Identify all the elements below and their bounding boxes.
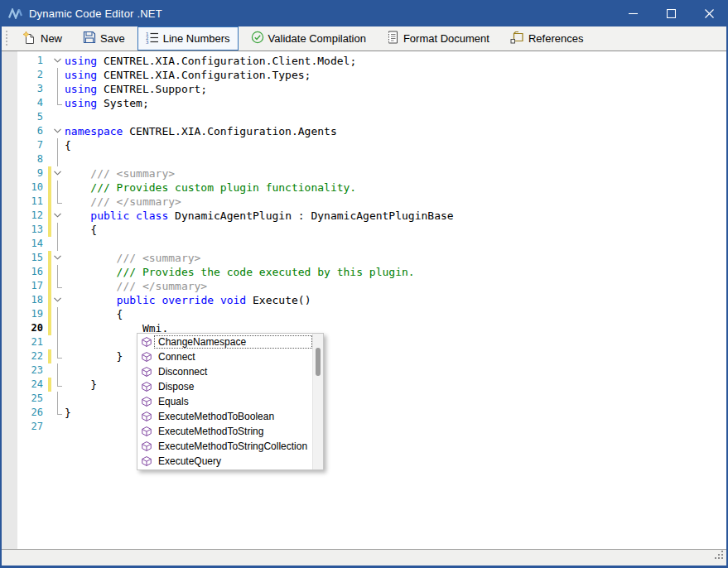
completion-list: ChangeNamespaceConnectDisconnectDisposeE…	[137, 334, 312, 469]
code-text[interactable]: public override void Execute()	[65, 293, 311, 307]
code-editor[interactable]: 1using CENTREL.XIA.Configuration.Client.…	[2, 51, 726, 550]
completion-item[interactable]: Equals	[137, 394, 312, 409]
collapse-chevron-icon[interactable]	[51, 209, 65, 223]
validate-compilation-button[interactable]: Validate Compilation	[243, 26, 374, 51]
code-text[interactable]: using CENTREL.Support;	[65, 82, 207, 96]
validate-compilation-label: Validate Compilation	[268, 32, 366, 45]
outline-guide-end	[51, 279, 65, 293]
line-number[interactable]: 24	[2, 378, 46, 392]
outline-guide	[51, 265, 65, 279]
line-number[interactable]: 4	[2, 96, 46, 110]
completion-item[interactable]: ExecuteQuery	[137, 454, 312, 469]
outline-guide	[51, 363, 65, 378]
code-line: 1using CENTREL.XIA.Configuration.Client.…	[2, 54, 726, 68]
line-number[interactable]: 9	[2, 166, 46, 181]
code-text[interactable]: /// </summary>	[65, 279, 207, 293]
line-number[interactable]: 19	[2, 307, 46, 321]
code-text[interactable]: /// Provides the code executed by this p…	[65, 265, 415, 279]
method-icon	[141, 366, 152, 378]
code-text[interactable]: }	[65, 349, 123, 363]
code-text[interactable]: namespace CENTREL.XIA.Configuration.Agen…	[65, 124, 337, 138]
line-numbers-toggle-label: Line Numbers	[163, 32, 230, 45]
line-number[interactable]: 26	[2, 406, 46, 420]
code-text[interactable]: /// <summary>	[65, 251, 200, 265]
code-line: 27	[2, 420, 726, 434]
completion-item[interactable]: Connect	[137, 349, 312, 364]
line-number[interactable]: 2	[2, 68, 46, 82]
collapse-chevron-icon[interactable]	[51, 166, 65, 181]
line-number[interactable]: 23	[2, 363, 46, 378]
code-text[interactable]: /// Provides custom plugin functionality…	[65, 181, 356, 195]
line-number[interactable]: 12	[2, 209, 46, 223]
save-button[interactable]: Save	[75, 26, 133, 51]
completion-item[interactable]: ExecuteMethodToStringCollection	[137, 439, 312, 454]
completion-item-label: ExecuteMethodToBoolean	[154, 410, 312, 423]
completion-item[interactable]: Dispose	[137, 379, 312, 394]
code-line: 3using CENTREL.Support;	[2, 82, 726, 96]
line-number[interactable]: 27	[2, 420, 46, 434]
line-number[interactable]: 14	[2, 237, 46, 251]
outline-guide-end	[51, 378, 65, 392]
outline-guide	[51, 335, 65, 349]
code-line: 16 /// Provides the code executed by thi…	[2, 265, 726, 279]
collapse-chevron-icon[interactable]	[51, 251, 65, 265]
maximize-button[interactable]	[652, 0, 690, 26]
line-number[interactable]: 22	[2, 349, 46, 363]
toolbar-grip[interactable]	[5, 31, 9, 47]
popup-scrollbar[interactable]	[312, 334, 323, 469]
collapse-chevron-icon[interactable]	[51, 293, 65, 307]
outline-guide	[51, 82, 65, 96]
line-number[interactable]: 16	[2, 265, 46, 279]
popup-scrollbar-thumb[interactable]	[316, 348, 321, 376]
line-number[interactable]: 10	[2, 181, 46, 195]
completion-item[interactable]: ExecuteMethodToBoolean	[137, 409, 312, 424]
line-number[interactable]: 5	[2, 110, 46, 124]
code-line: 2using CENTREL.XIA.Configuration.Types;	[2, 68, 726, 82]
line-number[interactable]: 1	[2, 54, 46, 68]
code-line: 14	[2, 237, 726, 251]
line-number[interactable]: 6	[2, 124, 46, 138]
line-number[interactable]: 17	[2, 279, 46, 293]
code-text[interactable]: /// </summary>	[65, 195, 181, 209]
completion-item-label: Connect	[154, 350, 312, 363]
line-number[interactable]: 7	[2, 138, 46, 152]
close-button[interactable]	[690, 0, 728, 26]
line-number[interactable]: 13	[2, 223, 46, 237]
collapse-chevron-icon[interactable]	[51, 54, 65, 68]
completion-item[interactable]: ChangeNamespace	[137, 335, 312, 349]
line-number[interactable]: 21	[2, 335, 46, 349]
outline-guide-end	[51, 96, 65, 110]
minimize-button[interactable]	[614, 0, 652, 26]
format-document-button[interactable]: Format Document	[378, 26, 498, 51]
completion-item-label: ExecuteMethodToStringCollection	[154, 440, 312, 453]
method-icon	[141, 351, 152, 363]
completion-item-label: ExecuteQuery	[154, 455, 312, 468]
method-icon	[141, 381, 152, 392]
code-text[interactable]: {	[65, 138, 71, 152]
line-number[interactable]: 20	[2, 321, 46, 335]
code-text[interactable]: using CENTREL.XIA.Configuration.Types;	[65, 68, 311, 82]
new-button[interactable]: New	[14, 26, 70, 51]
code-text[interactable]: }	[65, 406, 71, 420]
code-text[interactable]: {	[65, 307, 123, 321]
line-number[interactable]: 3	[2, 82, 46, 96]
outline-guide-end	[51, 195, 65, 209]
references-button[interactable]: References	[502, 26, 591, 51]
code-text[interactable]: public class DynamicAgentPlugin : Dynami…	[65, 209, 454, 223]
line-number[interactable]: 8	[2, 152, 46, 166]
line-numbers-toggle[interactable]: 1 2 3 Line Numbers	[137, 26, 239, 51]
code-text[interactable]: using CENTREL.XIA.Configuration.Client.M…	[65, 54, 356, 68]
line-number[interactable]: 25	[2, 392, 46, 406]
code-text[interactable]: }	[65, 378, 97, 392]
code-text[interactable]: {	[65, 223, 97, 237]
code-text[interactable]: using System;	[65, 96, 149, 110]
line-number[interactable]: 11	[2, 195, 46, 209]
completion-item[interactable]: Disconnect	[137, 364, 312, 379]
code-text[interactable]: /// <summary>	[65, 166, 175, 181]
line-number[interactable]: 15	[2, 251, 46, 265]
resize-grip-icon[interactable]	[714, 548, 724, 563]
completion-item[interactable]: ExecuteMethodToString	[137, 424, 312, 439]
line-number[interactable]: 18	[2, 293, 46, 307]
save-button-label: Save	[100, 32, 125, 45]
collapse-chevron-icon[interactable]	[51, 124, 65, 138]
